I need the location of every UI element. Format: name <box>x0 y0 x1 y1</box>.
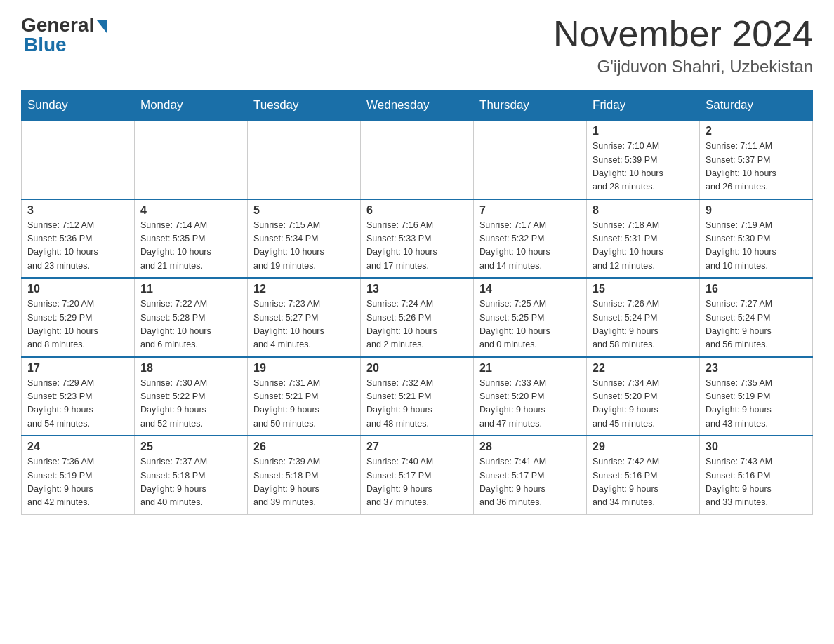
day-number: 23 <box>706 362 807 375</box>
week-row-5: 24Sunrise: 7:36 AM Sunset: 5:19 PM Dayli… <box>22 436 813 514</box>
col-saturday: Saturday <box>700 91 813 121</box>
day-info: Sunrise: 7:42 AM Sunset: 5:16 PM Dayligh… <box>593 455 694 510</box>
logo-arrow-icon <box>97 20 107 33</box>
table-row: 20Sunrise: 7:32 AM Sunset: 5:21 PM Dayli… <box>361 357 474 436</box>
day-number: 7 <box>479 204 581 217</box>
table-row <box>135 120 248 199</box>
day-info: Sunrise: 7:19 AM Sunset: 5:30 PM Dayligh… <box>706 219 807 274</box>
table-row: 28Sunrise: 7:41 AM Sunset: 5:17 PM Dayli… <box>474 436 587 514</box>
day-info: Sunrise: 7:27 AM Sunset: 5:24 PM Dayligh… <box>706 297 807 352</box>
col-sunday: Sunday <box>22 91 135 121</box>
week-row-4: 17Sunrise: 7:29 AM Sunset: 5:23 PM Dayli… <box>22 357 813 436</box>
day-info: Sunrise: 7:37 AM Sunset: 5:18 PM Dayligh… <box>140 455 241 510</box>
table-row: 13Sunrise: 7:24 AM Sunset: 5:26 PM Dayli… <box>361 278 474 357</box>
table-row: 19Sunrise: 7:31 AM Sunset: 5:21 PM Dayli… <box>248 357 361 436</box>
day-number: 10 <box>27 283 128 295</box>
table-row <box>22 120 135 199</box>
day-number: 19 <box>253 362 355 375</box>
day-info: Sunrise: 7:35 AM Sunset: 5:19 PM Dayligh… <box>706 377 807 431</box>
day-info: Sunrise: 7:22 AM Sunset: 5:28 PM Dayligh… <box>140 297 241 352</box>
day-number: 13 <box>366 283 468 295</box>
day-info: Sunrise: 7:33 AM Sunset: 5:20 PM Dayligh… <box>479 377 581 431</box>
day-info: Sunrise: 7:41 AM Sunset: 5:17 PM Dayligh… <box>479 455 581 510</box>
col-wednesday: Wednesday <box>361 91 474 121</box>
day-info: Sunrise: 7:30 AM Sunset: 5:22 PM Dayligh… <box>140 377 241 431</box>
day-number: 29 <box>593 441 694 453</box>
day-number: 15 <box>593 283 694 295</box>
day-number: 5 <box>253 204 355 217</box>
table-row <box>248 120 361 199</box>
table-row: 12Sunrise: 7:23 AM Sunset: 5:27 PM Dayli… <box>248 278 361 357</box>
day-info: Sunrise: 7:11 AM Sunset: 5:37 PM Dayligh… <box>706 140 807 194</box>
day-info: Sunrise: 7:26 AM Sunset: 5:24 PM Dayligh… <box>593 297 694 352</box>
table-row: 10Sunrise: 7:20 AM Sunset: 5:29 PM Dayli… <box>22 278 135 357</box>
table-row: 23Sunrise: 7:35 AM Sunset: 5:19 PM Dayli… <box>700 357 813 436</box>
col-friday: Friday <box>587 91 700 121</box>
day-info: Sunrise: 7:16 AM Sunset: 5:33 PM Dayligh… <box>366 219 468 274</box>
day-number: 28 <box>479 441 581 453</box>
day-info: Sunrise: 7:23 AM Sunset: 5:27 PM Dayligh… <box>253 297 355 352</box>
table-row: 30Sunrise: 7:43 AM Sunset: 5:16 PM Dayli… <box>700 436 813 514</box>
table-row <box>474 120 587 199</box>
table-row: 11Sunrise: 7:22 AM Sunset: 5:28 PM Dayli… <box>135 278 248 357</box>
day-info: Sunrise: 7:17 AM Sunset: 5:32 PM Dayligh… <box>479 219 581 274</box>
title-section: November 2024 G'ijduvon Shahri, Uzbekist… <box>553 14 813 76</box>
day-number: 14 <box>479 283 581 295</box>
table-row: 16Sunrise: 7:27 AM Sunset: 5:24 PM Dayli… <box>700 278 813 357</box>
day-number: 27 <box>366 441 468 453</box>
table-row: 15Sunrise: 7:26 AM Sunset: 5:24 PM Dayli… <box>587 278 700 357</box>
table-row: 26Sunrise: 7:39 AM Sunset: 5:18 PM Dayli… <box>248 436 361 514</box>
col-tuesday: Tuesday <box>248 91 361 121</box>
table-row: 2Sunrise: 7:11 AM Sunset: 5:37 PM Daylig… <box>700 120 813 199</box>
week-row-1: 1Sunrise: 7:10 AM Sunset: 5:39 PM Daylig… <box>22 120 813 199</box>
calendar-table: Sunday Monday Tuesday Wednesday Thursday… <box>21 90 813 515</box>
table-row: 27Sunrise: 7:40 AM Sunset: 5:17 PM Dayli… <box>361 436 474 514</box>
day-number: 17 <box>27 362 128 375</box>
day-number: 16 <box>706 283 807 295</box>
day-number: 20 <box>366 362 468 375</box>
logo: General Blue <box>21 14 107 56</box>
table-row: 7Sunrise: 7:17 AM Sunset: 5:32 PM Daylig… <box>474 199 587 279</box>
table-row <box>361 120 474 199</box>
header-row: Sunday Monday Tuesday Wednesday Thursday… <box>22 91 813 121</box>
day-info: Sunrise: 7:25 AM Sunset: 5:25 PM Dayligh… <box>479 297 581 352</box>
table-row: 8Sunrise: 7:18 AM Sunset: 5:31 PM Daylig… <box>587 199 700 279</box>
table-row: 4Sunrise: 7:14 AM Sunset: 5:35 PM Daylig… <box>135 199 248 279</box>
week-row-3: 10Sunrise: 7:20 AM Sunset: 5:29 PM Dayli… <box>22 278 813 357</box>
table-row: 6Sunrise: 7:16 AM Sunset: 5:33 PM Daylig… <box>361 199 474 279</box>
day-number: 2 <box>706 125 807 137</box>
day-number: 18 <box>140 362 241 375</box>
col-thursday: Thursday <box>474 91 587 121</box>
day-info: Sunrise: 7:14 AM Sunset: 5:35 PM Dayligh… <box>140 219 241 274</box>
day-info: Sunrise: 7:20 AM Sunset: 5:29 PM Dayligh… <box>27 297 128 352</box>
day-number: 21 <box>479 362 581 375</box>
day-info: Sunrise: 7:18 AM Sunset: 5:31 PM Dayligh… <box>593 219 694 274</box>
day-info: Sunrise: 7:10 AM Sunset: 5:39 PM Dayligh… <box>593 140 694 194</box>
week-row-2: 3Sunrise: 7:12 AM Sunset: 5:36 PM Daylig… <box>22 199 813 279</box>
month-title: November 2024 <box>553 14 813 54</box>
table-row: 5Sunrise: 7:15 AM Sunset: 5:34 PM Daylig… <box>248 199 361 279</box>
day-info: Sunrise: 7:29 AM Sunset: 5:23 PM Dayligh… <box>27 377 128 431</box>
table-row: 22Sunrise: 7:34 AM Sunset: 5:20 PM Dayli… <box>587 357 700 436</box>
table-row: 14Sunrise: 7:25 AM Sunset: 5:25 PM Dayli… <box>474 278 587 357</box>
day-info: Sunrise: 7:43 AM Sunset: 5:16 PM Dayligh… <box>706 455 807 510</box>
table-row: 1Sunrise: 7:10 AM Sunset: 5:39 PM Daylig… <box>587 120 700 199</box>
table-row: 21Sunrise: 7:33 AM Sunset: 5:20 PM Dayli… <box>474 357 587 436</box>
location-title: G'ijduvon Shahri, Uzbekistan <box>553 57 813 76</box>
day-number: 25 <box>140 441 241 453</box>
table-row: 24Sunrise: 7:36 AM Sunset: 5:19 PM Dayli… <box>22 436 135 514</box>
day-info: Sunrise: 7:40 AM Sunset: 5:17 PM Dayligh… <box>366 455 468 510</box>
day-info: Sunrise: 7:31 AM Sunset: 5:21 PM Dayligh… <box>253 377 355 431</box>
day-number: 22 <box>593 362 694 375</box>
day-info: Sunrise: 7:36 AM Sunset: 5:19 PM Dayligh… <box>27 455 128 510</box>
day-number: 3 <box>27 204 128 217</box>
table-row: 18Sunrise: 7:30 AM Sunset: 5:22 PM Dayli… <box>135 357 248 436</box>
day-info: Sunrise: 7:24 AM Sunset: 5:26 PM Dayligh… <box>366 297 468 352</box>
col-monday: Monday <box>135 91 248 121</box>
day-number: 30 <box>706 441 807 453</box>
logo-blue-text: Blue <box>24 34 67 56</box>
table-row: 3Sunrise: 7:12 AM Sunset: 5:36 PM Daylig… <box>22 199 135 279</box>
day-number: 8 <box>593 204 694 217</box>
day-info: Sunrise: 7:39 AM Sunset: 5:18 PM Dayligh… <box>253 455 355 510</box>
day-number: 9 <box>706 204 807 217</box>
